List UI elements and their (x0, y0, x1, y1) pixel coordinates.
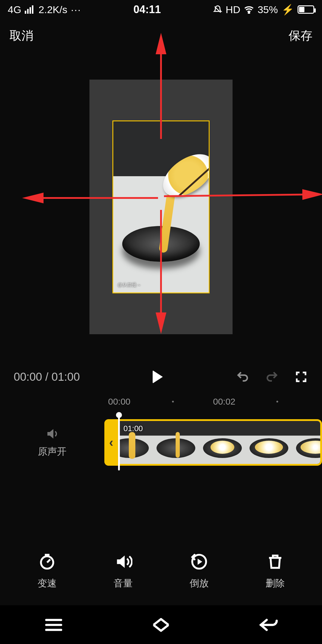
status-clock: 04:11 (133, 3, 161, 16)
clip-thumb (153, 421, 199, 464)
tool-delete[interactable]: 删除 (265, 552, 285, 590)
fullscreen-button[interactable] (294, 370, 308, 384)
status-right: HD 35% ⚡ (213, 4, 314, 16)
svg-rect-3 (32, 5, 33, 14)
play-button[interactable] (153, 370, 163, 383)
data-speed: 2.2K/s (38, 4, 67, 16)
clip-thumb (199, 421, 246, 464)
timeline-playhead[interactable] (118, 415, 120, 470)
speed-icon (37, 552, 57, 572)
edit-toolbar: 变速 音量 倒放 删除 (0, 543, 322, 605)
crop-frame[interactable]: @从前慢～ (112, 120, 210, 293)
tool-speed-label: 变速 (38, 577, 57, 590)
tool-volume[interactable]: 音量 (113, 552, 133, 590)
clip-thumb (246, 421, 292, 464)
more-dots: ··· (71, 4, 81, 16)
battery-icon (298, 5, 314, 14)
svg-rect-2 (30, 7, 31, 14)
time-total: 01:00 (52, 371, 80, 383)
clip-duration-label: 01:00 (123, 424, 143, 433)
tool-speed[interactable]: 变速 (37, 552, 57, 590)
redo-button[interactable] (265, 370, 279, 384)
nav-back-button[interactable] (253, 614, 283, 635)
timeline-ruler[interactable]: 00:00 00:02 (0, 392, 322, 413)
ruler-dot (172, 401, 174, 402)
battery-percent: 35% (258, 4, 278, 16)
video-frame-content: @从前慢～ (113, 121, 209, 292)
charging-icon: ⚡ (281, 4, 294, 16)
status-bar: 4G 2.2K/s ··· 04:11 HD 35% ⚡ (0, 0, 322, 19)
svg-rect-1 (27, 9, 29, 14)
wifi-icon (244, 5, 254, 14)
system-navbar (0, 605, 322, 644)
undo-button[interactable] (236, 370, 250, 384)
timeline[interactable]: 原声开 01:00 ‹ (0, 413, 322, 472)
transport-row: 00:00 / 01:00 (0, 362, 322, 392)
tool-delete-label: 删除 (266, 577, 285, 590)
clip-thumb (292, 421, 322, 464)
ruler-tick-0: 00:00 (108, 397, 130, 407)
nav-home-button[interactable] (146, 614, 176, 635)
network-label: 4G (8, 4, 21, 16)
volume-icon (113, 552, 133, 572)
video-preview[interactable]: @从前慢～ (0, 52, 322, 362)
ruler-tick-1: 00:02 (213, 397, 235, 407)
clip-strip[interactable]: 01:00 (104, 419, 322, 466)
speaker-icon (45, 427, 59, 441)
clip-left-handle[interactable]: ‹ (104, 419, 118, 466)
time-display: 00:00 / 01:00 (14, 371, 80, 383)
tool-reverse-label: 倒放 (190, 577, 209, 590)
bell-off-icon (213, 5, 222, 14)
save-button[interactable]: 保存 (289, 27, 312, 44)
original-sound-label: 原声开 (38, 445, 66, 458)
ruler-dot (276, 401, 278, 402)
editor-header: 取消 保存 (0, 19, 322, 52)
hd-label: HD (226, 4, 240, 16)
video-watermark: @从前慢～ (117, 282, 141, 288)
tool-volume-label: 音量 (114, 577, 133, 590)
signal-icon (25, 5, 35, 14)
nav-menu-button[interactable] (39, 614, 69, 635)
reverse-icon (189, 552, 209, 572)
status-left: 4G 2.2K/s ··· (8, 4, 81, 16)
svg-rect-0 (25, 11, 26, 14)
time-current: 00:00 (14, 371, 42, 383)
original-sound-toggle[interactable]: 原声开 (0, 427, 104, 458)
trash-icon (265, 552, 285, 572)
svg-point-4 (248, 12, 250, 13)
tool-reverse[interactable]: 倒放 (189, 552, 209, 590)
canvas-background: @从前慢～ (89, 80, 233, 334)
cancel-button[interactable]: 取消 (10, 27, 33, 44)
